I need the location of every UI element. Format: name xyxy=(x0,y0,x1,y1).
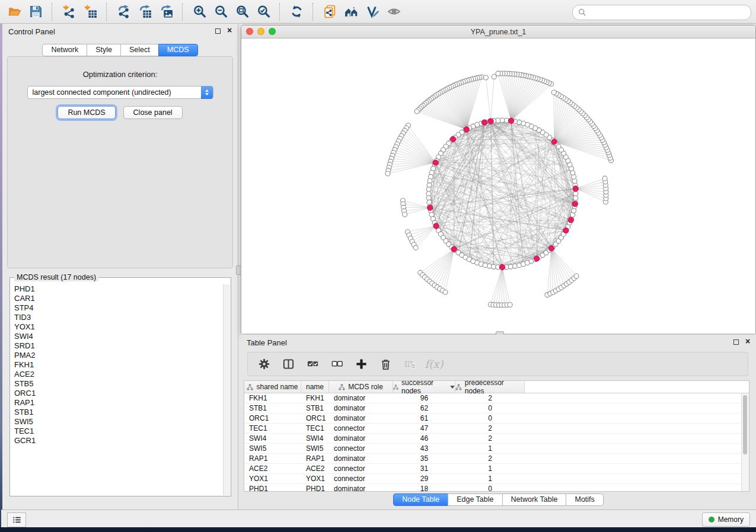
mcds-result-item[interactable]: YOX1 xyxy=(11,322,223,332)
table-cell: SWI4 xyxy=(244,434,301,443)
run-mcds-button[interactable]: Run MCDS xyxy=(58,106,115,119)
network-snapshot-icon xyxy=(323,5,337,18)
settings-icon xyxy=(258,358,270,370)
mcds-result-item[interactable]: CAR1 xyxy=(11,294,223,303)
import-network-button[interactable] xyxy=(60,3,78,21)
new-column-button[interactable] xyxy=(354,357,368,371)
save-session-icon xyxy=(29,5,43,18)
table-scrollbar[interactable] xyxy=(741,393,749,491)
import-table-button[interactable] xyxy=(81,3,99,21)
column-header-successor-nodes[interactable]: successor nodes xyxy=(393,381,455,393)
tab-select[interactable]: Select xyxy=(120,44,159,56)
mcds-result-item[interactable]: RAP1 xyxy=(11,398,223,408)
show-hidden-items-button[interactable] xyxy=(385,3,403,21)
mcds-result-item[interactable]: STP4 xyxy=(11,303,223,313)
level-of-detail-button[interactable] xyxy=(342,3,360,21)
column-header-shared-name[interactable]: shared name xyxy=(244,381,301,393)
mcds-result-item[interactable]: STB5 xyxy=(11,379,223,389)
toolbar-separator xyxy=(279,3,280,21)
mcds-result-item[interactable]: SWI4 xyxy=(11,332,223,341)
function-builder-button: f(x) xyxy=(427,357,441,371)
select-all-button[interactable] xyxy=(305,357,320,371)
minimize-window-icon[interactable] xyxy=(257,28,264,35)
mcds-result-item[interactable]: PMA2 xyxy=(11,351,223,360)
float-table-panel-icon[interactable] xyxy=(733,339,739,345)
column-header-predecessor-nodes[interactable]: predecessor nodes xyxy=(455,381,525,393)
deselect-all-icon xyxy=(331,358,343,370)
table-row[interactable]: YOX1YOX1connector291 xyxy=(244,474,749,484)
hide-annotations-button[interactable] xyxy=(363,3,381,21)
mcds-result-item[interactable]: ORC1 xyxy=(11,389,223,398)
open-session-button[interactable] xyxy=(5,3,23,21)
tab-network-table[interactable]: Network Table xyxy=(502,493,567,506)
mcds-result-item[interactable]: TID3 xyxy=(11,313,223,322)
tab-mcds[interactable]: MCDS xyxy=(158,44,198,56)
leaf-node xyxy=(483,75,488,80)
mcds-result-item[interactable]: ACE2 xyxy=(11,370,223,379)
mcds-result-item[interactable]: SWI5 xyxy=(11,417,223,427)
table-row[interactable]: ORC1ORC1dominator610 xyxy=(244,414,749,424)
search-input[interactable] xyxy=(589,7,751,18)
automation-panel-button[interactable] xyxy=(7,512,26,527)
zoom-selected-button[interactable] xyxy=(254,3,272,21)
toolbar-separator xyxy=(182,3,183,21)
mcds-result-title: MCDS result (17 nodes) xyxy=(14,273,98,281)
export-table-button[interactable] xyxy=(136,3,154,21)
mcds-result-item[interactable]: SRD1 xyxy=(11,341,223,351)
float-panel-icon[interactable] xyxy=(215,28,221,34)
zoom-out-button[interactable] xyxy=(212,3,229,21)
export-image-button[interactable] xyxy=(157,3,175,21)
zoom-out-icon xyxy=(214,5,228,18)
table-row[interactable]: SWI5SWI5connector431 xyxy=(244,444,749,454)
network-snapshot-button[interactable] xyxy=(321,3,339,21)
memory-button[interactable]: Memory xyxy=(702,512,750,527)
mcds-result-scrollbar[interactable] xyxy=(223,284,230,495)
table-row[interactable]: STB1STB1dominator620 xyxy=(244,403,749,414)
table-row[interactable]: ACE2ACE2connector311 xyxy=(244,464,749,474)
network-window-titlebar[interactable]: YPA_prune.txt_1 xyxy=(241,25,755,39)
column-header-name[interactable]: name xyxy=(301,381,329,393)
mcds-hub-node xyxy=(573,186,578,191)
network-node xyxy=(573,196,578,200)
criterion-dropdown[interactable]: largest connected component (undirected) xyxy=(27,86,213,99)
table-row[interactable]: FKH1FKH1dominator962 xyxy=(244,393,749,403)
mcds-result-item[interactable]: TEC1 xyxy=(11,427,223,436)
table-cell: 62 xyxy=(393,403,455,413)
mcds-result-item[interactable]: FKH1 xyxy=(11,360,223,370)
tab-edge-table[interactable]: Edge Table xyxy=(448,493,502,506)
table-row[interactable]: TEC1TEC1connector472 xyxy=(244,424,749,434)
mcds-hub-node xyxy=(509,118,514,123)
toolbar-separator xyxy=(52,3,53,21)
deselect-all-button[interactable] xyxy=(330,357,344,371)
attribute-type-icon xyxy=(455,384,462,390)
mcds-result-item[interactable]: STB1 xyxy=(11,408,223,417)
settings-button[interactable] xyxy=(257,357,271,371)
tab-motifs[interactable]: Motifs xyxy=(566,493,603,506)
save-session-button[interactable] xyxy=(27,3,44,21)
tab-node-table[interactable]: Node Table xyxy=(393,493,448,506)
close-table-panel-icon[interactable] xyxy=(744,338,751,345)
delete-column-button[interactable] xyxy=(378,357,393,371)
tab-style[interactable]: Style xyxy=(87,44,121,56)
zoom-fit-button[interactable] xyxy=(233,3,251,21)
table-row[interactable]: SWI4SWI4dominator462 xyxy=(244,434,749,444)
mcds-result-item[interactable]: PHD1 xyxy=(11,284,223,294)
network-canvas[interactable] xyxy=(241,39,755,334)
close-panel-button[interactable]: Close panel xyxy=(123,106,183,119)
zoom-in-button[interactable] xyxy=(190,3,208,21)
tab-network[interactable]: Network xyxy=(42,44,87,56)
refresh-layout-button[interactable] xyxy=(288,3,305,21)
export-network-button[interactable] xyxy=(114,3,132,21)
mcds-hub-node xyxy=(568,217,573,223)
table-row[interactable]: RAP1RAP1dominator352 xyxy=(244,454,749,464)
mcds-result-item[interactable]: GCR1 xyxy=(11,436,223,446)
close-window-icon[interactable] xyxy=(246,28,253,35)
zoom-window-icon[interactable] xyxy=(269,28,276,35)
column-header-mcds-role[interactable]: MCDS role xyxy=(329,381,393,393)
table-cell: STB1 xyxy=(244,403,301,413)
show-columns-button[interactable] xyxy=(281,357,295,371)
close-panel-icon[interactable] xyxy=(226,27,233,34)
table-toolbar: f(x) xyxy=(247,352,748,376)
table-row[interactable]: PHD1PHD1dominator180 xyxy=(244,484,749,492)
table-scrollbar-thumb[interactable] xyxy=(743,395,747,454)
